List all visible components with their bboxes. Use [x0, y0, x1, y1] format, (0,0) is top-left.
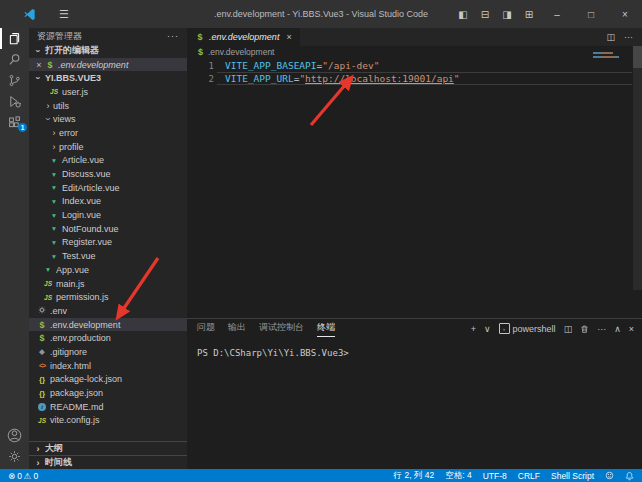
tree-item-env-development[interactable]: $.env.development	[29, 318, 187, 332]
maximize-icon[interactable]: □	[574, 9, 608, 20]
indentation[interactable]: 空格: 4	[445, 470, 471, 482]
feedback-icon[interactable]	[605, 471, 614, 480]
tree-item-index-vue[interactable]: ▼Index.vue	[29, 195, 187, 209]
tree-item-vite-config-js[interactable]: JSvite.config.js	[29, 414, 187, 428]
js-file-icon: JS	[37, 417, 47, 424]
tree-item-index-html[interactable]: <>index.html	[29, 359, 187, 373]
more-actions-icon[interactable]: ···	[624, 32, 633, 42]
close-panel-icon[interactable]: ×	[629, 324, 634, 334]
tree-item-label: .env	[50, 306, 67, 316]
tree-item-utils[interactable]: ›utils	[29, 99, 187, 113]
tree-item-env[interactable]: .env	[29, 304, 187, 318]
panel-tab-[interactable]: 问题	[197, 321, 215, 337]
explorer-more-actions-icon[interactable]: ···	[167, 31, 179, 41]
more-actions-icon[interactable]: ···	[597, 324, 606, 334]
menu-hamburger-icon[interactable]: ☰	[59, 8, 69, 21]
tree-item-notfound-vue[interactable]: ▼NotFound.vue	[29, 222, 187, 236]
tree-item-env-production[interactable]: $.env.production	[29, 331, 187, 345]
eol-sequence[interactable]: CRLF	[518, 471, 540, 481]
section-timeline[interactable]: › 时间线	[29, 455, 187, 469]
tree-item-permission-js[interactable]: JSpermission.js	[29, 290, 187, 304]
tree-item-editarticle-vue[interactable]: ▼EditArticle.vue	[29, 181, 187, 195]
scrollbar-slider[interactable]	[633, 46, 642, 68]
panel-tab-[interactable]: 输出	[228, 321, 246, 337]
tree-item-package-json[interactable]: {}package.json	[29, 386, 187, 400]
url-link[interactable]: http://localhost:19001/api	[305, 73, 454, 84]
chevron-down-icon: ›	[43, 114, 53, 124]
kill-terminal-icon[interactable]	[580, 324, 589, 334]
cursor-position[interactable]: 行 2, 列 42	[394, 470, 435, 482]
split-editor-icon[interactable]: ◫	[606, 32, 615, 42]
code-line-2: 2VITE_APP_URL="http://localhost:19001/ap…	[187, 72, 642, 85]
maximize-panel-icon[interactable]: ∧	[614, 324, 621, 334]
toggle-sidebar-icon[interactable]: ◧	[452, 9, 474, 20]
vscode-logo-icon	[23, 8, 36, 21]
tree-item-register-vue[interactable]: ▼Register.vue	[29, 236, 187, 250]
tree-item-label: Login.vue	[62, 210, 101, 220]
tab-env-development[interactable]: $ .env.development ×	[187, 28, 300, 46]
explorer-sidebar: 资源管理器 ··· › 打开的编辑器 × $ .env.development …	[29, 28, 187, 469]
breadcrumb[interactable]: $ .env.development	[187, 46, 642, 57]
section-project-root[interactable]: › YI.BBS.VUE3	[29, 71, 187, 85]
chevron-down-icon: ›	[33, 46, 43, 56]
tree-item-test-vue[interactable]: ▼Test.vue	[29, 249, 187, 263]
tree-item-article-vue[interactable]: ▼Article.vue	[29, 154, 187, 168]
run-debug-icon	[7, 94, 22, 109]
activity-run-debug[interactable]	[0, 91, 29, 112]
activity-account[interactable]	[0, 425, 29, 446]
tree-item-main-js[interactable]: JSmain.js	[29, 277, 187, 291]
tree-item-label: vite.config.js	[50, 415, 100, 425]
section-outline[interactable]: › 大纲	[29, 441, 187, 455]
error-count: 0	[17, 471, 22, 481]
activity-settings[interactable]	[0, 446, 29, 467]
toggle-panel-icon[interactable]: ⊟	[474, 9, 496, 20]
activity-explorer[interactable]	[0, 28, 29, 49]
open-editor-item[interactable]: × $ .env.development	[29, 58, 187, 72]
language-mode[interactable]: Shell Script	[551, 471, 594, 481]
warning-icon: ⚠	[24, 471, 32, 481]
open-editor-label: .env.development	[58, 60, 128, 70]
tree-item-app-vue[interactable]: ▼App.vue	[29, 263, 187, 277]
toggle-secondary-sidebar-icon[interactable]: ◨	[496, 9, 518, 20]
split-terminal-icon[interactable]: ◫	[564, 324, 573, 334]
tree-item-profile[interactable]: ›profile	[29, 140, 187, 154]
tree-item-error[interactable]: ›error	[29, 126, 187, 140]
chevron-right-icon: ›	[33, 458, 43, 468]
tree-item-discuss-vue[interactable]: ▼Discuss.vue	[29, 167, 187, 181]
editor-scrollbar[interactable]	[633, 46, 642, 290]
tree-item-readme-md[interactable]: iREADME.md	[29, 400, 187, 414]
terminal-instance-item[interactable]: ›powershell	[499, 323, 556, 334]
vue-file-icon: ▼	[49, 239, 59, 246]
close-icon[interactable]: ×	[608, 9, 642, 20]
problems-status[interactable]: ⊗ 0 ⚠ 0	[8, 471, 38, 481]
terminal-dropdown-icon[interactable]: ∨	[484, 324, 491, 334]
panel-tab-[interactable]: 终端	[317, 321, 335, 337]
tree-item-package-lock-json[interactable]: {}package-lock.json	[29, 373, 187, 387]
outline-label: 大纲	[45, 442, 63, 455]
encoding[interactable]: UTF-8	[483, 471, 507, 481]
activity-extensions[interactable]: 1	[0, 112, 29, 133]
chevron-right-icon: ›	[49, 142, 59, 152]
activity-search[interactable]	[0, 49, 29, 70]
minimap[interactable]	[593, 52, 629, 59]
activity-source-control[interactable]	[0, 70, 29, 91]
terminal-output[interactable]: PS D:\CSharp\Yi\Yi.BBS.Vue3>	[187, 339, 642, 358]
editor-actions: ◫···	[606, 28, 642, 46]
customize-layout-icon[interactable]: ⊞	[518, 9, 540, 20]
close-icon[interactable]: ×	[33, 60, 45, 70]
tree-item-user-js[interactable]: JSuser.js	[29, 85, 187, 99]
tree-item-views[interactable]: ›views	[29, 112, 187, 126]
new-terminal-icon[interactable]: +	[471, 324, 476, 334]
tree-item-label: error	[59, 128, 78, 138]
code-editor[interactable]: 1VITE_APP_BASEAPI="/api-dev"2VITE_APP_UR…	[187, 59, 642, 85]
panel-tab-[interactable]: 调试控制台	[259, 321, 304, 337]
tree-item-label: .env.development	[50, 320, 120, 330]
notifications-bell-icon[interactable]	[625, 471, 634, 481]
line-number: 2	[187, 74, 225, 84]
section-open-editors[interactable]: › 打开的编辑器	[29, 44, 187, 58]
html-file-icon: <>	[37, 362, 47, 369]
close-icon[interactable]: ×	[286, 32, 291, 42]
minimize-icon[interactable]: –	[540, 9, 574, 20]
tree-item-gitignore[interactable]: ◆.gitignore	[29, 345, 187, 359]
tree-item-login-vue[interactable]: ▼Login.vue	[29, 208, 187, 222]
